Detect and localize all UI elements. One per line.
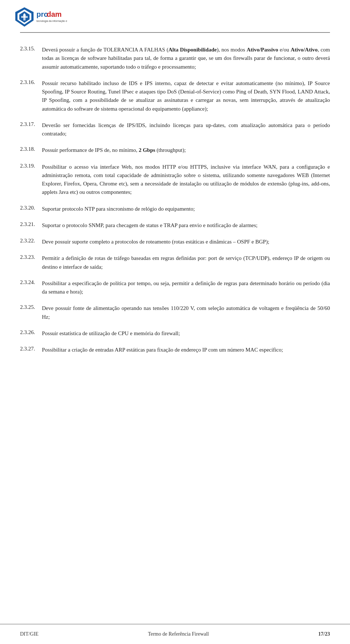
section-2320: 2.3.20. Suportar protocolo NTP para sinc… xyxy=(20,205,330,213)
section-number-2323: 2.3.23. xyxy=(20,254,42,260)
section-text-2327: Possibilitar a criação de entradas ARP e… xyxy=(42,346,330,354)
footer: DIT/GIE Termo de Referência Firewall 17/… xyxy=(0,624,350,644)
section-number-2316: 2.3.16. xyxy=(20,79,42,85)
section-text-2322: Deve possuir suporte completo a protocol… xyxy=(42,238,330,246)
section-number-2324: 2.3.24. xyxy=(20,279,42,285)
header: pro dam tecnologia da informação e comun… xyxy=(0,0,350,32)
section-text-2321: Suportar o protocolo SNMP, para checagem… xyxy=(42,221,330,230)
section-2316: 2.3.16. Possuir recurso habilitado inclu… xyxy=(20,79,330,113)
section-text-2325: Deve possuir fonte de alimentação operan… xyxy=(42,304,330,321)
footer-left: DIT/GIE xyxy=(20,631,39,637)
page-container: pro dam tecnologia da informação e comun… xyxy=(0,0,350,644)
section-number-2318: 2.3.18. xyxy=(20,146,42,152)
section-number-2320: 2.3.20. xyxy=(20,205,42,211)
section-2323: 2.3.23. Permitir a definição de rotas de… xyxy=(20,254,330,271)
section-number-2319: 2.3.19. xyxy=(20,163,42,169)
section-number-2322: 2.3.22. xyxy=(20,238,42,244)
section-number-2321: 2.3.21. xyxy=(20,221,42,227)
section-2322: 2.3.22. Deve possuir suporte completo a … xyxy=(20,238,330,246)
svg-text:tecnologia da informação e com: tecnologia da informação e comunicação xyxy=(36,20,67,23)
section-text-2324: Possibilitar a especificação de política… xyxy=(42,279,330,296)
section-2319: 2.3.19. Possibilitar o acesso via interf… xyxy=(20,163,330,197)
section-2324: 2.3.24. Possibilitar a especificação de … xyxy=(20,279,330,296)
section-text-2323: Permitir a definição de rotas de tráfego… xyxy=(42,254,330,271)
section-text-2318: Possuir performance de IPS de, no mínimo… xyxy=(42,146,330,154)
section-2317: 2.3.17. Deverão ser fornecidas licenças … xyxy=(20,121,330,138)
section-number-2326: 2.3.26. xyxy=(20,329,42,336)
header-divider xyxy=(20,32,330,33)
section-text-2315: Deverá possuir a função de TOLERANCIA A … xyxy=(42,46,330,71)
footer-center: Termo de Referência Firewall xyxy=(148,631,209,637)
svg-rect-5 xyxy=(21,16,28,18)
svg-text:dam: dam xyxy=(47,10,62,18)
footer-right: 17/23 xyxy=(318,631,330,637)
section-number-2315: 2.3.15. xyxy=(20,46,42,52)
section-text-2326: Possuir estatística de utilização de CPU… xyxy=(42,329,330,338)
section-text-2317: Deverão ser fornecidas licenças de IPS/I… xyxy=(42,121,330,138)
section-2325: 2.3.25. Deve possuir fonte de alimentaçã… xyxy=(20,304,330,321)
section-2327: 2.3.27. Possibilitar a criação de entrad… xyxy=(20,346,330,354)
section-number-2325: 2.3.25. xyxy=(20,304,42,310)
section-2321: 2.3.21. Suportar o protocolo SNMP, para … xyxy=(20,221,330,230)
section-number-2327: 2.3.27. xyxy=(20,346,42,352)
section-2326: 2.3.26. Possuir estatística de utilizaçã… xyxy=(20,329,330,338)
section-2318: 2.3.18. Possuir performance de IPS de, n… xyxy=(20,146,330,154)
section-text-2319: Possibilitar o acesso via interface Web,… xyxy=(42,163,330,197)
section-text-2316: Possuir recurso habilitado incluso de ID… xyxy=(42,79,330,113)
section-2315: 2.3.15. Deverá possuir a função de TOLER… xyxy=(20,46,330,71)
logo-area: pro dam tecnologia da informação e comun… xyxy=(15,7,67,28)
section-number-2317: 2.3.17. xyxy=(20,121,42,127)
section-text-2320: Suportar protocolo NTP para sincronismo … xyxy=(42,205,330,213)
prodam-logo: pro dam tecnologia da informação e comun… xyxy=(15,7,67,28)
content-area: 2.3.15. Deverá possuir a função de TOLER… xyxy=(0,38,350,391)
